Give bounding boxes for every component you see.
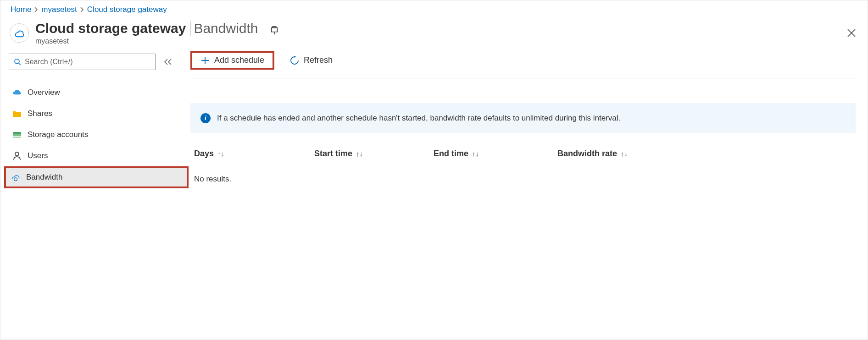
plus-icon	[200, 56, 210, 65]
page-title-main: Cloud storage gateway	[35, 21, 186, 36]
sidebar-item-label: Storage accounts	[28, 130, 88, 139]
storage-icon	[12, 131, 22, 138]
table-header: Days ↑↓ Start time ↑↓ End time ↑↓ Bandwi…	[190, 149, 856, 167]
search-placeholder: Search (Ctrl+/)	[25, 58, 72, 66]
sidebar-item-users[interactable]: Users	[9, 145, 179, 166]
sidebar-item-label: Overview	[28, 88, 60, 97]
svg-point-10	[15, 152, 19, 156]
chevron-right-icon	[34, 7, 39, 12]
add-schedule-label: Add schedule	[214, 55, 264, 65]
info-banner: i If a schedule has ended and another sc…	[190, 103, 856, 133]
sidebar-item-shares[interactable]: Shares	[9, 103, 179, 124]
svg-rect-9	[13, 137, 21, 138]
page-subtitle: myasetest	[35, 37, 258, 45]
sidebar-item-label: Shares	[28, 109, 52, 118]
svg-rect-0	[271, 28, 277, 32]
add-schedule-button[interactable]: Add schedule	[190, 51, 274, 70]
pin-icon[interactable]	[269, 25, 279, 35]
svg-line-6	[19, 63, 21, 65]
refresh-icon	[290, 56, 299, 65]
search-input[interactable]: Search (Ctrl+/)	[9, 54, 156, 70]
search-icon	[14, 58, 21, 66]
column-header-start-time[interactable]: Start time ↑↓	[314, 149, 434, 159]
close-icon[interactable]	[846, 28, 857, 38]
resource-type-icon	[10, 23, 29, 43]
sort-icon: ↑↓	[621, 150, 628, 158]
info-text: If a schedule has ended and another sche…	[217, 114, 620, 123]
sort-icon: ↑↓	[217, 150, 224, 158]
user-icon	[12, 152, 22, 160]
sidebar-item-label: Users	[28, 151, 48, 160]
collapse-sidebar-icon[interactable]	[164, 59, 172, 65]
sidebar-item-label: Bandwidth	[26, 173, 62, 182]
refresh-label: Refresh	[304, 55, 333, 65]
breadcrumb-page[interactable]: Cloud storage gateway	[87, 5, 167, 14]
svg-point-5	[15, 59, 19, 64]
sort-icon: ↑↓	[472, 150, 479, 158]
column-header-days[interactable]: Days ↑↓	[194, 149, 314, 159]
page-title-sub: Bandwidth	[190, 21, 258, 36]
breadcrumb-resource[interactable]: myasetest	[41, 5, 77, 14]
sidebar-item-bandwidth[interactable]: Bandwidth	[4, 166, 189, 188]
sort-icon: ↑↓	[356, 150, 363, 158]
column-header-bandwidth-rate[interactable]: Bandwidth rate ↑↓	[557, 149, 677, 159]
toolbar: Add schedule Refresh	[190, 51, 856, 78]
info-icon: i	[200, 113, 211, 123]
svg-rect-1	[273, 27, 276, 28]
svg-point-11	[14, 178, 17, 181]
page-title: Cloud storage gateway Bandwidth	[35, 21, 258, 36]
svg-rect-7	[13, 132, 21, 134]
table-empty-state: No results.	[190, 167, 856, 191]
folder-icon	[12, 110, 22, 117]
refresh-button[interactable]: Refresh	[284, 53, 339, 68]
sidebar: Search (Ctrl+/) Overview Share	[0, 51, 179, 188]
svg-rect-8	[13, 134, 21, 136]
cloud-icon	[12, 89, 22, 96]
breadcrumb: Home myasetest Cloud storage gateway	[0, 0, 868, 16]
sidebar-item-overview[interactable]: Overview	[9, 82, 179, 103]
sidebar-item-storage-accounts[interactable]: Storage accounts	[9, 124, 179, 145]
bandwidth-icon	[11, 173, 21, 181]
chevron-right-icon	[80, 7, 84, 12]
column-header-end-time[interactable]: End time ↑↓	[434, 149, 557, 159]
breadcrumb-home[interactable]: Home	[11, 5, 31, 14]
main-content: Add schedule Refresh i If a schedule has…	[179, 51, 868, 191]
